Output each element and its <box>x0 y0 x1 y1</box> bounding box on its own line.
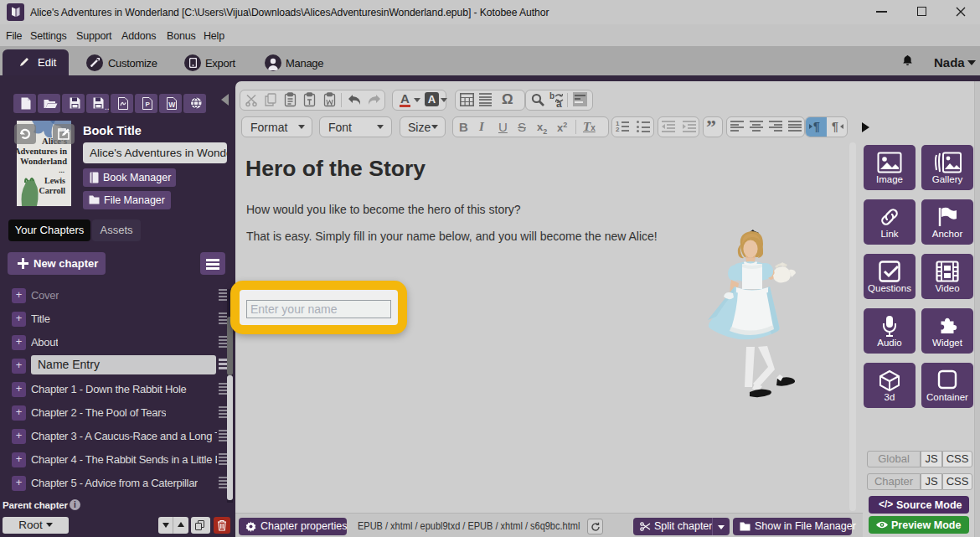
svg-text:Lewis: Lewis <box>44 176 65 185</box>
svg-text:W: W <box>168 101 176 109</box>
svg-text:...: ... <box>59 167 64 174</box>
svg-text:Wonderland: Wonderland <box>20 157 67 166</box>
svg-text:Carroll: Carroll <box>39 186 66 195</box>
svg-text:Adventures in: Adventures in <box>17 147 67 156</box>
svg-text:P: P <box>145 101 150 108</box>
